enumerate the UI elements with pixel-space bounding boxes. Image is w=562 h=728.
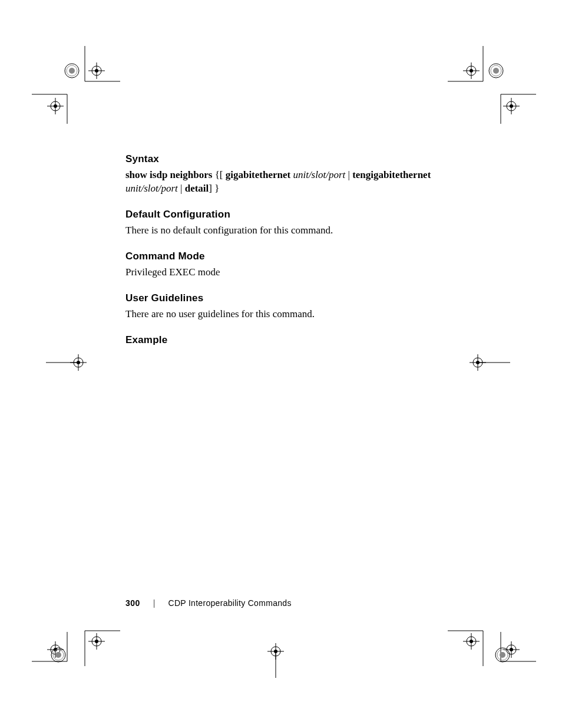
syntax-fragment: unit/slot/port (293, 169, 345, 180)
section-syntax: Syntax show isdp neighbors {[ gigabiteth… (125, 153, 444, 196)
body-user-guidelines: There are no user guidelines for this co… (125, 308, 444, 321)
syntax-fragment: | (345, 169, 352, 180)
crop-mark-icon (46, 348, 93, 377)
crop-mark-icon (258, 637, 293, 678)
section-default-config: Default Configuration There is no defaul… (125, 209, 444, 238)
footer-chapter: CDP Interoperability Commands (168, 598, 292, 608)
page-footer: 300 | CDP Interoperability Commands (125, 598, 292, 608)
heading-default-config: Default Configuration (125, 209, 444, 220)
footer-separator: | (153, 598, 156, 608)
heading-user-guidelines: User Guidelines (125, 292, 444, 304)
syntax-fragment: tengigabitethernet (352, 169, 431, 180)
heading-example: Example (125, 334, 444, 346)
syntax-body: show isdp neighbors {[ gigabitethernet u… (125, 169, 444, 196)
crop-ball-icon (49, 646, 67, 666)
section-user-guidelines: User Guidelines There are no user guidel… (125, 292, 444, 321)
body-command-mode: Privileged EXEC mode (125, 266, 444, 279)
syntax-fragment: ] } (209, 183, 219, 194)
syntax-fragment: detail (185, 183, 209, 194)
crop-ball-icon (494, 646, 511, 666)
syntax-fragment: {[ (212, 169, 225, 180)
crop-mark-icon (465, 83, 536, 124)
section-example: Example (125, 334, 444, 346)
crop-mark-icon (463, 348, 510, 377)
heading-command-mode: Command Mode (125, 251, 444, 262)
heading-syntax: Syntax (125, 153, 444, 165)
crop-mark-icon (32, 83, 103, 124)
page-number: 300 (125, 598, 140, 608)
syntax-fragment: gigabitethernet (226, 169, 290, 180)
syntax-fragment: show isdp neighbors (125, 169, 212, 180)
crop-mark-icon (32, 632, 103, 679)
section-command-mode: Command Mode Privileged EXEC mode (125, 251, 444, 279)
body-default-config: There is no default configuration for th… (125, 224, 444, 238)
syntax-fragment: unit/slot/port (125, 183, 178, 194)
page-content: Syntax show isdp neighbors {[ gigabiteth… (125, 153, 444, 350)
syntax-fragment: | (178, 183, 185, 194)
